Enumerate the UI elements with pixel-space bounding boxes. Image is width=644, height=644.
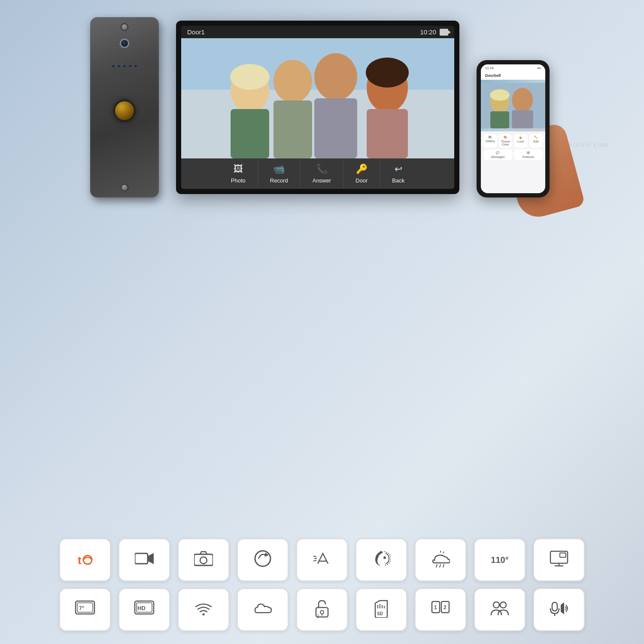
- feature-cloud: [237, 588, 289, 631]
- svg-point-17: [490, 89, 510, 100]
- svg-point-11: [366, 58, 409, 88]
- svg-marker-22: [148, 553, 154, 564]
- feature-motion: [296, 538, 348, 581]
- svg-line-30: [313, 560, 316, 561]
- svg-text:7": 7": [79, 605, 84, 611]
- messages-label: Messages: [491, 155, 505, 158]
- feature-video: [118, 538, 170, 581]
- feature-nightvision: [355, 538, 407, 581]
- edit-icon: ✏️: [534, 136, 538, 139]
- phone-time: 11:16: [485, 66, 494, 70]
- ir-dot-3: [123, 64, 126, 68]
- features-icon: ⚙️: [526, 151, 530, 155]
- unlock-icon: 2: [314, 599, 330, 620]
- camera-status-icon: [440, 29, 448, 36]
- outdoor-camera-icon: [120, 39, 129, 48]
- phone-theme-item[interactable]: 🎨 Theme Color: [499, 134, 513, 148]
- feature-weatherproof: [415, 538, 466, 581]
- phone-statusbar: 11:16 ▪▪▪: [481, 64, 545, 72]
- top-section: Door1 10:20: [26, 17, 618, 197]
- phone-lock-item[interactable]: 🔒 Lock: [514, 134, 528, 148]
- back-icon: ↩: [395, 164, 402, 175]
- phone-edit-item[interactable]: ✏️ Edit: [529, 134, 543, 148]
- gallery-icon: 🖼: [489, 136, 492, 139]
- back-label: Back: [392, 177, 404, 184]
- door-label: Door: [355, 177, 368, 184]
- photo-button[interactable]: 🖼 Photo: [219, 158, 258, 189]
- ir-dot-4: [128, 64, 132, 68]
- phone-video-preview: [481, 80, 545, 131]
- outdoor-lens-icon: [113, 100, 136, 122]
- phone-gallery-item[interactable]: 🖼 Gallery: [483, 134, 497, 148]
- screw-bottom-icon: [121, 184, 128, 191]
- playback-icon: [253, 549, 272, 571]
- svg-rect-63: [552, 602, 557, 611]
- svg-rect-3: [231, 109, 269, 158]
- cloud-icon: [253, 601, 272, 619]
- door-button[interactable]: 🔑 Door: [343, 158, 380, 189]
- feature-twochannel: 1 2: [415, 588, 466, 631]
- edit-label: Edit: [533, 140, 538, 143]
- svg-point-6: [314, 53, 357, 100]
- photo-label: Photo: [231, 177, 246, 184]
- monitor-time: 10:20: [420, 28, 436, 36]
- svg-rect-16: [512, 110, 533, 128]
- features-label: Features: [522, 155, 535, 158]
- phone-messages-item[interactable]: 💬 Messages: [483, 149, 512, 160]
- record-button[interactable]: 📹 Record: [258, 158, 301, 189]
- feature-display: [533, 538, 585, 581]
- watermark: AIASIA LINK: [568, 142, 610, 148]
- hd-icon: HD: [134, 600, 155, 619]
- svg-point-62: [500, 602, 506, 608]
- feature-hd: HD: [118, 588, 170, 631]
- phone-features-item[interactable]: ⚙️ Features: [514, 149, 543, 160]
- monitor-channel-label: Door1: [187, 28, 205, 36]
- svg-point-49: [320, 611, 324, 614]
- feature-photo: [178, 538, 229, 581]
- svg-rect-7: [314, 98, 357, 158]
- feature-row-1: t: [26, 538, 618, 581]
- night-vision-icon: [372, 549, 391, 571]
- svg-text:2: 2: [317, 614, 319, 618]
- back-button[interactable]: ↩ Back: [380, 158, 416, 189]
- svg-point-24: [200, 557, 207, 564]
- feature-wifi: [178, 588, 229, 631]
- display-icon: [550, 550, 568, 569]
- monitor-screen: Door1 10:20: [181, 26, 454, 189]
- features-section: t: [26, 538, 618, 631]
- two-channel-icon: 1 2: [431, 599, 450, 620]
- tuya-icon: t: [76, 550, 94, 569]
- svg-line-36: [443, 552, 444, 553]
- lock-label: Lock: [517, 140, 524, 143]
- gallery-label: Gallery: [486, 140, 495, 143]
- svg-rect-14: [490, 111, 509, 128]
- seven-inch-icon: 7": [75, 600, 95, 619]
- feature-row-2: 7" HD: [26, 588, 618, 631]
- svg-point-15: [512, 88, 533, 112]
- monitor-wrap: Door1 10:20: [176, 21, 459, 194]
- monitor-topbar-right: 10:20: [420, 28, 448, 36]
- ir-dot-5: [134, 64, 137, 68]
- svg-line-33: [440, 565, 440, 567]
- feature-unlock: 2: [296, 588, 348, 631]
- ir-dot-1: [112, 64, 115, 68]
- svg-rect-5: [273, 100, 312, 158]
- sd-card-icon: SD: [374, 599, 389, 620]
- video-camera-icon: [135, 551, 154, 569]
- svg-point-25: [255, 551, 270, 566]
- phone-icons-grid: 🖼 Gallery 🎨 Theme Color 🔒 Lock ✏️: [481, 131, 545, 163]
- screw-top-icon: [121, 23, 128, 31]
- feature-sd: SD: [355, 588, 407, 631]
- weatherproof-icon: [431, 549, 450, 571]
- door-icon: 🔑: [356, 164, 368, 175]
- answer-button[interactable]: 📞 Answer: [301, 158, 343, 189]
- svg-text:1: 1: [434, 605, 437, 611]
- monitor-video-feed: [181, 38, 454, 158]
- svg-point-10: [230, 64, 270, 90]
- svg-rect-40: [560, 553, 566, 557]
- outdoor-unit: [90, 17, 159, 197]
- svg-point-61: [493, 602, 499, 608]
- svg-rect-9: [367, 109, 408, 158]
- feature-wideangle: 110°: [474, 538, 526, 581]
- feature-intercom: [533, 588, 585, 631]
